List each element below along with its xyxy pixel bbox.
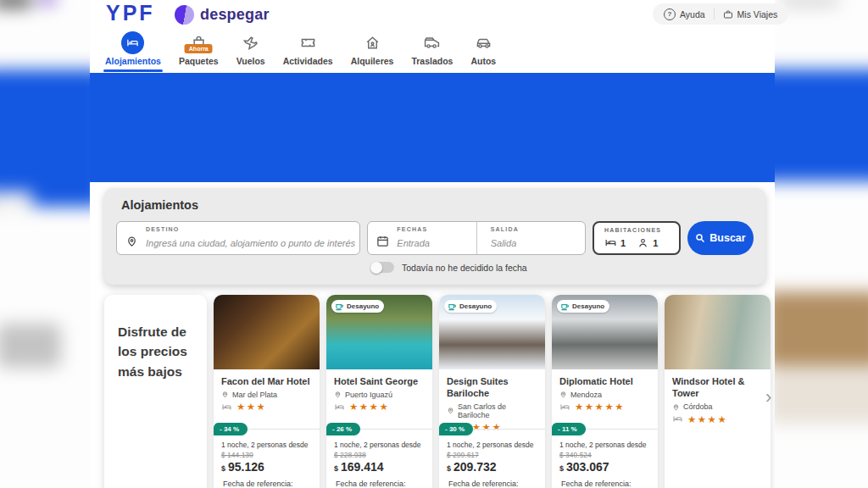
destination-placeholder: Ingresá una ciudad, alojamiento o punto … <box>146 238 355 248</box>
search-button[interactable]: Buscar <box>687 221 754 255</box>
price-section: - 30 % 1 noche, 2 personas desde $ 299.6… <box>439 429 545 488</box>
hotel-card[interactable]: Desayuno Hotel Saint George Puerto Iguaz… <box>326 295 432 488</box>
old-price: $ 228.938 <box>334 451 425 459</box>
briefcase-icon <box>723 9 733 19</box>
tab-paquetes[interactable]: Ahorra Paquetes <box>177 31 220 72</box>
checkin-input[interactable]: FECHAS Entrada <box>368 222 476 254</box>
bed-icon <box>121 31 144 54</box>
hotel-photo <box>665 295 771 369</box>
promo-text: Disfrute de los precios más bajos <box>118 322 193 381</box>
old-price: $ 299.617 <box>447 451 537 459</box>
hotel-name: Facon del Mar Hotel <box>221 375 312 387</box>
tab-label: Actividades <box>283 56 333 66</box>
rooms-label: HABITACIONES <box>604 227 661 233</box>
coffee-cup-icon <box>448 302 457 311</box>
despegar-logo-icon <box>175 5 194 25</box>
hotel-card[interactable]: Desayuno Diplomatic Hotel Mendoza ★★★★★ … <box>552 295 658 488</box>
price-terms: 1 noche, 2 personas desde <box>447 441 537 449</box>
guests-count: 1 <box>637 237 658 248</box>
tab-label: Autos <box>470 56 496 66</box>
promo-card: Disfrute de los precios más bajos <box>104 295 207 488</box>
rooms-guests-selector[interactable]: HABITACIONES 1 1 <box>593 221 681 255</box>
checkin-placeholder: Entrada <box>397 238 430 248</box>
hotel-card[interactable]: Windsor Hotel & Tower Córdoba ★★★★ <box>665 295 771 488</box>
despegar-logo[interactable]: despegar <box>175 5 270 25</box>
tab-actividades[interactable]: Actividades <box>281 31 335 72</box>
location-pin-icon <box>559 390 567 399</box>
carousel-next-arrow[interactable]: › <box>765 388 771 407</box>
destination-label: DESTINO <box>146 226 180 232</box>
breakfast-badge: Desayuno <box>557 300 609 313</box>
bed-icon <box>334 402 345 412</box>
hero-banner <box>0 73 868 182</box>
currency-symbol: $ <box>447 464 451 473</box>
currency-symbol: $ <box>221 464 225 473</box>
search-panel: Alojamientos DESTINO Ingresá una ciudad,… <box>104 188 765 285</box>
old-price: $ 144.130 <box>221 451 312 459</box>
location-pin-icon <box>125 235 138 247</box>
star-rating: ★★★★ <box>349 401 389 413</box>
currency-symbol: $ <box>559 464 564 473</box>
current-price: 95.126 <box>228 460 264 474</box>
tab-label: Alquileres <box>351 56 394 66</box>
price-section: - 11 % 1 noche, 2 personas desde $ 340.5… <box>552 429 658 488</box>
ypf-logo[interactable]: YPF <box>106 1 155 25</box>
bed-icon <box>672 414 683 424</box>
reference-date-label: Fecha de referencia: <box>334 480 425 488</box>
tab-vuelos[interactable]: Vuelos <box>235 31 267 72</box>
location-pin-icon <box>334 390 342 399</box>
hotel-name: Diplomatic Hotel <box>559 375 650 387</box>
hotel-location: Córdoba <box>683 402 713 411</box>
tab-label: Alojamientos <box>105 56 161 66</box>
hotel-photo: Desayuno <box>439 295 545 369</box>
dates-label: FECHAS <box>397 226 427 232</box>
checkout-input[interactable]: SALIDA Salida <box>476 222 585 254</box>
checkout-placeholder: Salida <box>491 238 517 248</box>
ticket-icon <box>300 31 316 54</box>
hotel-name: Design Suites Bariloche <box>447 375 537 400</box>
checkout-label: SALIDA <box>491 226 519 232</box>
despegar-logo-text: despegar <box>200 6 270 24</box>
person-icon <box>637 237 649 248</box>
currency-symbol: $ <box>334 464 338 473</box>
divider <box>714 8 715 19</box>
hotel-location: San Carlos de Bariloche <box>458 402 537 419</box>
help-button[interactable]: ? Ayuda <box>664 8 705 20</box>
tab-alojamientos[interactable]: Alojamientos <box>103 31 163 72</box>
location-pin-icon <box>447 406 454 415</box>
hotel-location: Mendoza <box>570 391 602 399</box>
my-trips-label: Mis Viajes <box>737 9 778 19</box>
star-rating: ★★★★ <box>687 413 727 425</box>
old-price: $ 340.524 <box>559 451 650 459</box>
tab-alquileres[interactable]: Alquileres <box>349 31 396 72</box>
search-icon <box>695 233 705 243</box>
hotel-location: Mar del Plata <box>232 391 277 399</box>
price-section: - 34 % 1 noche, 2 personas desde $ 144.1… <box>214 429 320 488</box>
hotel-photo: Desayuno <box>326 295 432 369</box>
destination-input[interactable]: DESTINO Ingresá una ciudad, alojamiento … <box>116 221 360 255</box>
price-terms: 1 noche, 2 personas desde <box>334 441 425 449</box>
tab-traslados[interactable]: Traslados <box>409 31 454 72</box>
hotel-name: Hotel Saint George <box>334 375 425 387</box>
hotel-card[interactable]: Desayuno Design Suites Bariloche San Car… <box>439 295 545 488</box>
hotel-photo <box>214 295 320 369</box>
tab-autos[interactable]: Autos <box>469 31 498 72</box>
tab-label: Paquetes <box>179 56 219 66</box>
coffee-cup-icon <box>560 302 570 311</box>
bed-icon <box>604 237 617 248</box>
tab-label: Traslados <box>411 56 453 66</box>
tab-label: Vuelos <box>236 56 265 66</box>
current-price: 209.732 <box>453 460 497 474</box>
ahorra-badge: Ahorra <box>185 44 213 53</box>
reference-date-label: Fecha de referencia: <box>559 480 650 488</box>
price-section: - 26 % 1 noche, 2 personas desde $ 228.9… <box>326 429 432 488</box>
calendar-icon <box>376 235 389 247</box>
question-icon: ? <box>664 8 676 20</box>
page: YPF despegar ? Ayuda Mis Viajes Alojamie… <box>0 0 868 488</box>
my-trips-button[interactable]: Mis Viajes <box>723 9 778 19</box>
no-dates-toggle[interactable] <box>370 262 394 273</box>
plane-icon <box>242 31 259 54</box>
bed-icon <box>221 402 232 412</box>
hotel-card[interactable]: Facon del Mar Hotel Mar del Plata ★★★ - … <box>214 295 320 488</box>
price-terms: 1 noche, 2 personas desde <box>221 441 312 449</box>
